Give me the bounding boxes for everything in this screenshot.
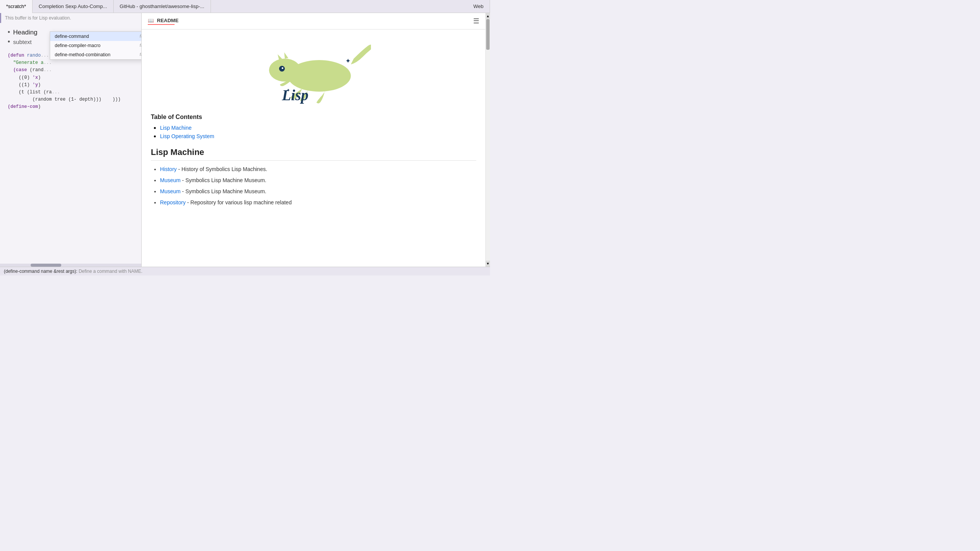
tab-web-label: Web: [474, 3, 484, 9]
toc-link-0[interactable]: Lisp Machine: [160, 125, 192, 131]
tab-scratch-label: *scratch*: [6, 3, 26, 9]
code-block: (defun rando... "Generate a... (case (ra…: [8, 52, 134, 111]
code-line-8: (define-com): [8, 103, 134, 111]
github-header: 📖 README ☰: [142, 13, 485, 29]
list-link-3[interactable]: Repository: [160, 199, 186, 205]
scroll-up-btn[interactable]: ▲: [486, 13, 490, 19]
readme-underline: [148, 24, 175, 25]
code-line-4: ((0) 'x): [8, 74, 134, 82]
list-desc-1: - Symbolics Lisp Machine Museum.: [182, 177, 266, 183]
tab-github-label: GitHub - ghosthamlet/awesome-lisp-...: [120, 3, 204, 9]
svg-point-3: [282, 67, 284, 69]
toc-item-1: Lisp Operating System: [160, 133, 476, 140]
tab-completion[interactable]: Completion Sexp Auto-Comp...: [33, 0, 113, 13]
section-heading: Lisp Machine: [151, 147, 476, 161]
completion-label-0: define-command: [55, 34, 89, 39]
content-area: define-command fm define-compiler-macro …: [0, 13, 490, 267]
svg-text:✦: ✦: [345, 57, 351, 64]
tab-completion-label: Completion Sexp Auto-Comp...: [39, 3, 107, 9]
code-line-6: (t (list (ra...: [8, 89, 134, 96]
readme-label: README: [157, 18, 178, 23]
bullet-dot-2: •: [8, 38, 10, 46]
completion-label-2: define-method-combination: [55, 52, 110, 57]
status-bar: (define-command name &rest args): Define…: [0, 267, 490, 276]
svg-point-1: [269, 59, 301, 82]
content-list: History - History of Symbolics Lisp Mach…: [151, 165, 476, 207]
github-scrollbar: ▲ ▼: [485, 13, 490, 267]
lisp-logo-svg: ✦ ✦ Lisp: [256, 37, 371, 106]
scroll-thumb[interactable]: [486, 19, 490, 50]
editor-header: This buffer is for Lisp evaluation.: [0, 13, 141, 23]
code-line-7: (random tree (1- depth))) ))): [8, 96, 134, 103]
list-desc-2: - Symbolics Lisp Machine Museum.: [182, 188, 266, 194]
list-desc-3: - Repository for various lisp machine re…: [187, 199, 292, 205]
editor-scrollbar-thumb[interactable]: [31, 264, 61, 267]
editor-header-text: This buffer is for Lisp evaluation.: [5, 15, 71, 21]
tab-bar: *scratch* Completion Sexp Auto-Comp... G…: [0, 0, 490, 13]
list-link-2[interactable]: Museum: [160, 188, 181, 194]
completion-label-1: define-compiler-macro: [55, 43, 100, 48]
list-link-0[interactable]: History: [160, 166, 177, 172]
status-description: Define a command with NAME.: [78, 269, 142, 274]
list-item-3: Repository - Repository for various lisp…: [160, 199, 476, 207]
github-panel: 📖 README ☰: [142, 13, 485, 267]
code-line-2: "Generate a...: [8, 59, 134, 67]
heading-text: Heading: [13, 29, 37, 36]
toc-heading: Table of Contents: [151, 114, 476, 121]
subtext-text: subtext: [13, 39, 31, 45]
toc-list: Lisp Machine Lisp Operating System: [151, 124, 476, 140]
scroll-track: [486, 19, 490, 261]
editor-scrollbar[interactable]: [0, 264, 141, 267]
list-link-1[interactable]: Museum: [160, 177, 181, 183]
lisp-logo: ✦ ✦ Lisp: [151, 37, 476, 106]
tab-github[interactable]: GitHub - ghosthamlet/awesome-lisp-...: [114, 0, 211, 13]
list-item-2: Museum - Symbolics Lisp Machine Museum.: [160, 187, 476, 196]
completion-item-1[interactable]: define-compiler-macro fm: [50, 41, 142, 50]
list-item-0: History - History of Symbolics Lisp Mach…: [160, 165, 476, 173]
tab-scratch[interactable]: *scratch*: [0, 0, 33, 13]
github-panel-wrapper: 📖 README ☰: [142, 13, 490, 267]
svg-marker-5: [284, 52, 289, 59]
code-line-5: ((1) 'y): [8, 82, 134, 89]
bullet-dot-1: •: [8, 28, 10, 36]
book-icon: 📖: [148, 18, 154, 23]
svg-text:Lisp: Lisp: [282, 87, 309, 104]
completion-item-2[interactable]: define-method-combination fm: [50, 50, 142, 59]
editor-panel: define-command fm define-compiler-macro …: [0, 13, 142, 267]
scroll-down-btn[interactable]: ▼: [486, 261, 490, 267]
toc-item-0: Lisp Machine: [160, 124, 476, 131]
github-content[interactable]: ✦ ✦ Lisp Table of Contents Lisp Machine: [142, 29, 485, 267]
toc-link-1[interactable]: Lisp Operating System: [160, 133, 214, 139]
status-command: (define-command name &rest args):: [4, 269, 77, 274]
completion-item-0[interactable]: define-command fm: [50, 32, 142, 41]
list-desc-0: - History of Symbolics Lisp Machines.: [178, 166, 267, 172]
code-line-3: (case (rand...: [8, 67, 134, 74]
tab-web[interactable]: Web: [467, 0, 490, 13]
list-icon[interactable]: ☰: [473, 17, 479, 25]
completion-popup: define-command fm define-compiler-macro …: [50, 31, 142, 60]
readme-title: 📖 README: [148, 18, 178, 23]
list-item-1: Museum - Symbolics Lisp Machine Museum.: [160, 176, 476, 184]
